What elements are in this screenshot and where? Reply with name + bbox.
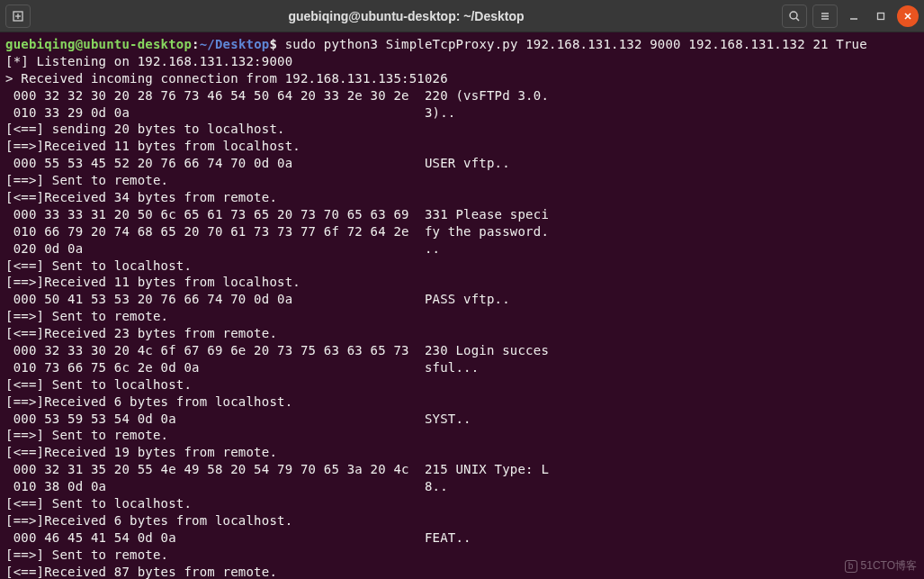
terminal-content[interactable]: guebiqing@ubuntu-desktop:~/Desktop$ sudo… (0, 32, 924, 579)
output-line: 000 55 53 45 52 20 76 66 74 70 0d 0a USE… (5, 156, 510, 170)
prompt-dollar: $ (269, 37, 277, 51)
svg-point-3 (790, 12, 797, 19)
output-line: [<==]Received 87 bytes from remote. (5, 565, 277, 579)
command-text: sudo python3 SimpleTcpProxy.py 192.168.1… (277, 37, 867, 51)
output-line: 000 53 59 53 54 0d 0a SYST.. (5, 412, 471, 426)
watermark-text: 51CTO博客 (861, 558, 917, 574)
window-title: guebiqing@ubuntu-desktop: ~/Desktop (31, 9, 782, 23)
titlebar: guebiqing@ubuntu-desktop: ~/Desktop (0, 0, 924, 32)
prompt-user: guebiqing@ubuntu-desktop (5, 37, 192, 51)
hamburger-icon (819, 10, 831, 23)
maximize-button[interactable] (870, 5, 892, 27)
prompt-path: ~/Desktop (200, 37, 270, 51)
output-line: [*] Listening on 192.168.131.132:9000 (5, 54, 292, 68)
output-line: 000 32 32 30 20 28 76 73 46 54 50 64 20 … (5, 88, 549, 103)
output-line: [<==] Sent to localhost. (5, 258, 192, 273)
output-line: [<==]Received 19 bytes from remote. (5, 445, 277, 459)
output-line: [==>]Received 6 bytes from localhost. (5, 394, 292, 409)
output-line: [==>] Sent to remote. (5, 428, 168, 442)
output-line: [==>]Received 11 bytes from localhost. (5, 275, 301, 289)
titlebar-right (782, 5, 919, 28)
output-line: 010 66 79 20 74 68 65 20 70 61 73 73 77 … (5, 224, 549, 239)
output-line: 010 38 0d 0a 8.. (5, 479, 448, 493)
output-line: [<==]Received 34 bytes from remote. (5, 190, 277, 204)
output-line: [==>]Received 6 bytes from localhost. (5, 513, 292, 528)
close-icon (902, 11, 913, 22)
watermark: b 51CTO博客 (845, 558, 917, 574)
new-tab-button[interactable] (5, 5, 31, 28)
output-line: > Received incoming connection from 192.… (5, 71, 448, 86)
output-line: [==>] Sent to remote. (5, 173, 168, 187)
output-line: 020 0d 0a .. (5, 241, 440, 256)
output-line: 010 33 29 0d 0a 3).. (5, 105, 455, 120)
minimize-button[interactable] (843, 5, 865, 27)
svg-line-4 (796, 18, 799, 21)
titlebar-left (5, 5, 31, 28)
menu-button[interactable] (812, 5, 838, 28)
output-line: 000 33 33 31 20 50 6c 65 61 73 65 20 73 … (5, 207, 549, 222)
close-button[interactable] (897, 5, 919, 27)
svg-rect-9 (878, 13, 884, 19)
search-icon (788, 10, 801, 23)
output-line: 000 32 31 35 20 55 4e 49 58 20 54 79 70 … (5, 462, 549, 476)
output-line: [<==] Sent to localhost. (5, 496, 192, 511)
new-tab-icon (12, 10, 24, 23)
output-line: 000 46 45 41 54 0d 0a FEAT.. (5, 530, 471, 545)
maximize-icon (875, 11, 886, 22)
output-line: 000 32 33 30 20 4c 6f 67 69 6e 20 73 75 … (5, 343, 549, 357)
watermark-icon: b (845, 560, 857, 573)
output-line: [==>]Received 11 bytes from localhost. (5, 139, 301, 153)
minimize-icon (848, 11, 859, 22)
output-line: [<==] sending 20 bytes to localhost. (5, 122, 285, 136)
output-line: [<==] Sent to localhost. (5, 377, 192, 392)
output-line: [<==]Received 23 bytes from remote. (5, 326, 277, 340)
output-line: [==>] Sent to remote. (5, 309, 168, 323)
prompt-colon: : (192, 37, 200, 51)
output-line: [==>] Sent to remote. (5, 547, 168, 562)
output-line: 000 50 41 53 53 20 76 66 74 70 0d 0a PAS… (5, 292, 510, 306)
output-line: 010 73 66 75 6c 2e 0d 0a sful... (5, 360, 479, 375)
search-button[interactable] (782, 5, 807, 28)
